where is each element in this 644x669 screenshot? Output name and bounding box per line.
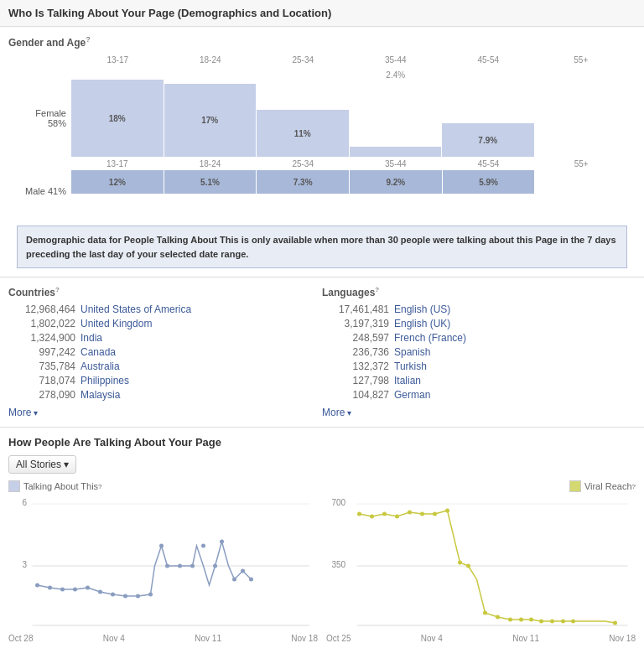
svg-point-36 xyxy=(433,512,437,516)
svg-point-47 xyxy=(561,620,565,624)
list-item: 236,736 Spanish xyxy=(322,346,636,358)
all-stories-button[interactable]: All Stories ▾ xyxy=(8,455,76,474)
chart-legends: Talking About This? Viral Reach? xyxy=(8,480,636,492)
demographic-info-box: Demographic data for People Talking Abou… xyxy=(17,226,627,268)
gender-age-title: Gender and Age? xyxy=(8,35,636,49)
male-bar-1824: 5.1% xyxy=(164,170,257,194)
svg-point-35 xyxy=(420,512,424,516)
how-talking-section: How People Are Talking About Your Page A… xyxy=(0,428,644,655)
viral-chart-svg: 700 350 xyxy=(326,495,636,630)
svg-point-41 xyxy=(496,615,500,620)
svg-point-13 xyxy=(136,594,140,599)
age-col-55plus: 55+ xyxy=(535,55,628,65)
svg-point-46 xyxy=(550,620,554,624)
age-col-1317: 13-17 xyxy=(71,55,164,65)
svg-point-31 xyxy=(370,515,374,519)
svg-point-38 xyxy=(458,561,462,565)
list-item: 1,324,900 India xyxy=(8,332,322,344)
svg-point-16 xyxy=(165,564,169,568)
svg-point-9 xyxy=(86,586,90,590)
svg-point-39 xyxy=(466,564,470,568)
svg-point-21 xyxy=(220,540,224,544)
countries-column: Countries? 12,968,464 United States of A… xyxy=(8,286,322,418)
list-item: 3,197,319 English (UK) xyxy=(322,318,636,329)
svg-point-6 xyxy=(48,586,52,590)
list-item: 735,784 Australia xyxy=(8,360,322,372)
svg-text:6: 6 xyxy=(23,498,28,507)
talking-legend: Talking About This? xyxy=(8,480,102,492)
list-item: 104,827 German xyxy=(322,389,636,401)
svg-point-10 xyxy=(98,590,102,594)
countries-more-link[interactable]: More xyxy=(8,407,38,418)
female-bar-2534: 11% xyxy=(257,110,349,157)
list-item: 278,090 Malaysia xyxy=(8,389,322,401)
female-bar-1317: 18% xyxy=(71,80,164,157)
languages-column: Languages? 17,461,481 English (US) 3,197… xyxy=(322,286,636,418)
list-item: 127,798 Italian xyxy=(322,375,636,386)
female-bar-1824: 17% xyxy=(164,84,257,157)
above-bar-labels: 2.4% xyxy=(71,65,627,80)
svg-point-44 xyxy=(529,618,533,622)
svg-point-45 xyxy=(539,620,543,624)
svg-point-19 xyxy=(201,544,205,548)
svg-point-7 xyxy=(60,588,65,592)
svg-point-5 xyxy=(35,583,39,588)
svg-point-20 xyxy=(213,564,217,568)
viral-x-axis: Oct 25 Nov 4 Nov 11 Nov 18 xyxy=(326,632,636,645)
svg-point-32 xyxy=(382,512,387,516)
svg-point-34 xyxy=(408,511,412,515)
svg-point-24 xyxy=(249,578,253,582)
age-col-3544: 35-44 xyxy=(350,55,443,65)
list-item: 132,372 Turkish xyxy=(322,360,636,372)
svg-point-23 xyxy=(241,569,245,573)
svg-point-15 xyxy=(159,544,164,548)
viral-swatch xyxy=(569,480,581,492)
svg-point-11 xyxy=(111,593,115,597)
age-col-1824: 18-24 xyxy=(164,55,257,65)
list-item: 12,968,464 United States of America xyxy=(8,303,322,315)
list-item: 997,242 Canada xyxy=(8,346,322,358)
svg-point-37 xyxy=(445,509,449,513)
countries-title: Countries? xyxy=(8,286,322,298)
svg-point-48 xyxy=(571,620,575,624)
list-item: 248,597 French (France) xyxy=(322,332,636,344)
svg-point-18 xyxy=(190,564,195,568)
svg-point-22 xyxy=(232,578,236,582)
age-headers: 13-17 18-24 25-34 35-44 45-54 55+ xyxy=(71,55,627,65)
list-item: 17,461,481 English (US) xyxy=(322,303,636,315)
charts-row: 6 3 xyxy=(8,495,636,646)
svg-text:3: 3 xyxy=(23,560,28,569)
languages-title: Languages? xyxy=(322,286,636,298)
viral-chart: 700 350 xyxy=(326,495,636,646)
svg-point-43 xyxy=(519,618,523,622)
age-col-2534: 25-34 xyxy=(257,55,350,65)
talking-swatch xyxy=(8,480,20,492)
demographics-section: Gender and Age? 13-17 18-24 25-34 35-44 … xyxy=(0,27,644,277)
female-bar-3544 xyxy=(350,147,442,157)
female-bar-4554: 7.9% xyxy=(442,123,534,157)
main-title: Who Is Talking About Your Page (Demograp… xyxy=(0,0,644,27)
list-item: 718,074 Philippines xyxy=(8,375,322,386)
how-talking-title: How People Are Talking About Your Page xyxy=(8,436,636,449)
male-bar-4554: 5.9% xyxy=(443,170,535,194)
svg-point-30 xyxy=(357,512,361,516)
age-labels-between: 13-17 18-24 25-34 35-44 45-54 55+ xyxy=(71,159,627,169)
talking-chart: 6 3 xyxy=(8,495,318,646)
svg-point-12 xyxy=(123,594,127,599)
age-col-4554: 45-54 xyxy=(442,55,535,65)
gender-age-chart: 13-17 18-24 25-34 35-44 45-54 55+ 2.4% F… xyxy=(17,55,627,220)
svg-text:700: 700 xyxy=(332,498,346,507)
male-bar-3544: 9.2% xyxy=(350,170,442,194)
talking-x-axis: Oct 28 Nov 4 Nov 11 Nov 18 xyxy=(8,632,318,645)
svg-point-8 xyxy=(73,588,77,592)
svg-point-40 xyxy=(483,611,487,615)
svg-point-42 xyxy=(508,618,512,622)
svg-point-49 xyxy=(613,621,617,625)
svg-point-33 xyxy=(395,515,399,519)
male-bar-2534: 7.3% xyxy=(257,170,349,194)
countries-languages-section: Countries? 12,968,464 United States of A… xyxy=(0,277,644,428)
languages-more-link[interactable]: More xyxy=(322,407,351,418)
viral-legend: Viral Reach? xyxy=(569,480,636,492)
female-row: Female 58% 18% 17% 11% 7.9% xyxy=(17,80,627,157)
list-item: 1,802,022 United Kingdom xyxy=(8,318,322,329)
